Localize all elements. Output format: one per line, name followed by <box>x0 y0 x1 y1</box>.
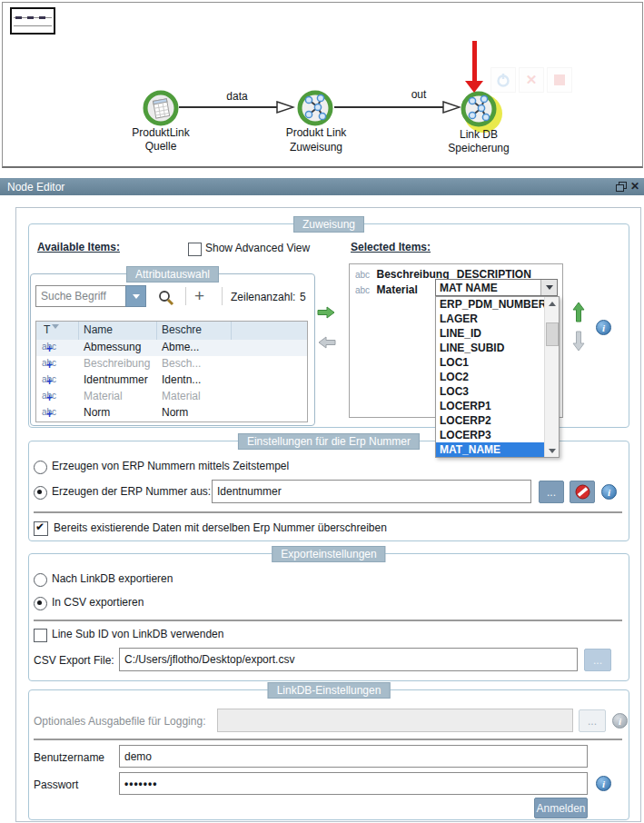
move-left-icon[interactable] <box>317 336 336 349</box>
move-up-icon[interactable] <box>572 302 585 322</box>
table-row[interactable]: abc+ Material Material <box>36 389 307 405</box>
dropdown-option[interactable]: LOC3 <box>436 384 545 399</box>
close-icon[interactable]: ✕ <box>630 180 639 193</box>
line-sub-id-checkbox[interactable] <box>34 629 47 642</box>
radio-export-linkdb[interactable] <box>34 573 47 587</box>
search-input[interactable]: Suche Begriff <box>35 285 126 307</box>
search-dropdown-button[interactable] <box>125 285 146 307</box>
divider <box>156 322 157 340</box>
edge-data <box>179 106 277 108</box>
divider <box>78 322 79 340</box>
scroll-up-icon[interactable] <box>545 297 559 310</box>
node-label: ProduktLink <box>111 126 211 139</box>
dropdown-option[interactable]: LINE_SUBID <box>436 341 545 355</box>
username-input[interactable] <box>119 745 588 768</box>
float-window-icon[interactable] <box>616 182 626 192</box>
mini-dash <box>27 16 34 19</box>
column-header-name[interactable]: Name <box>84 323 113 336</box>
execute-power-icon[interactable] <box>490 67 516 93</box>
cell-desc: Besch... <box>162 357 201 370</box>
dropdown-option[interactable]: LAGER <box>436 312 545 326</box>
mapping-dropdown-list[interactable]: ERP_PDM_NUMBER LAGER LINE_ID LINE_SUBID … <box>435 296 560 458</box>
erp-source-input[interactable] <box>212 480 531 503</box>
info-icon[interactable]: i <box>601 484 617 500</box>
browse-button[interactable]: ... <box>539 481 564 503</box>
move-down-icon[interactable] <box>572 331 585 352</box>
string-type-icon: abc+ <box>42 407 56 417</box>
node-editor-body: Zuweisung Available Items: Show Advanced… <box>15 207 641 822</box>
dropdown-option[interactable]: ERP_PDM_NUMBER <box>436 297 545 312</box>
dropdown-option[interactable]: LINE_ID <box>436 326 545 341</box>
dropdown-option[interactable]: LOC1 <box>436 355 545 370</box>
clear-forbidden-button[interactable] <box>570 481 595 503</box>
workflow-canvas[interactable]: ProduktLink Quelle data Produkt Link Zuw… <box>2 2 643 168</box>
cell-desc: Norm <box>162 406 188 419</box>
divider <box>231 322 232 340</box>
dropdown-option[interactable]: LOC2 <box>436 370 545 384</box>
cell-name: Norm <box>84 406 110 419</box>
show-advanced-label: Show Advanced View <box>205 242 310 254</box>
radio-erp-from-attribute[interactable] <box>34 486 47 500</box>
checkbox-label: Bereits existierende Daten mit derselben… <box>54 521 387 534</box>
group-title: Einstellungen für die Erp Nummer <box>238 433 420 450</box>
table-header[interactable]: T Name Beschre <box>36 322 307 341</box>
show-advanced-checkbox[interactable] <box>188 243 202 256</box>
browse-button-disabled: ... <box>579 709 606 732</box>
table-row[interactable]: abc+ Norm Norm <box>36 405 307 421</box>
divider <box>34 620 622 621</box>
dropdown-option[interactable]: LOCERP3 <box>436 428 545 442</box>
info-icon[interactable]: i <box>596 776 611 791</box>
info-icon[interactable]: i <box>596 320 611 335</box>
dropdown-scrollbar[interactable] <box>544 297 559 457</box>
dropdown-option-selected[interactable]: MAT_NAME <box>436 442 545 457</box>
string-type-icon: abc <box>355 270 370 280</box>
scroll-down-icon[interactable] <box>545 444 559 457</box>
arrowhead-icon <box>441 100 461 114</box>
string-type-icon: abc+ <box>42 374 56 384</box>
delete-x-icon[interactable]: ✕ <box>519 67 544 93</box>
overwrite-checkbox-checked[interactable]: ✔ <box>34 521 48 536</box>
move-right-icon[interactable] <box>317 306 336 319</box>
table-row[interactable]: abc+ Identnummer Identn... <box>36 372 307 389</box>
string-type-icon: abc <box>355 285 370 295</box>
radio-erp-timestamp[interactable] <box>34 461 47 474</box>
cell-name: Abmessung <box>84 341 141 353</box>
password-label: Passwort <box>34 778 78 791</box>
node-editor-titlebar[interactable]: Node Editor ✕ <box>0 178 644 195</box>
node-link-db-speicherung-icon[interactable] <box>460 90 498 128</box>
combobox-arrow-icon[interactable] <box>540 280 557 295</box>
search-filter-icon[interactable] <box>157 289 175 307</box>
add-attribute-button[interactable]: + <box>194 287 204 304</box>
table-row[interactable]: abc+ Beschreibung Besch... <box>36 356 307 372</box>
edge-out <box>334 106 443 108</box>
string-type-icon: abc+ <box>42 391 56 401</box>
group-title: Exporteinstellungen <box>272 546 385 562</box>
login-button[interactable]: Anmelden <box>534 798 588 818</box>
node-produktlink-quelle-icon[interactable] <box>142 89 180 127</box>
column-header-type[interactable]: T <box>44 323 50 336</box>
column-header-description[interactable]: Beschre <box>162 323 202 336</box>
table-row[interactable]: abc+ Abmessung Abme... <box>36 340 307 356</box>
node-produkt-link-zuweisung-icon[interactable] <box>296 89 334 127</box>
checkbox-label: Line Sub ID von LinkDB verwenden <box>52 628 223 640</box>
string-type-icon: abc+ <box>42 358 56 368</box>
dropdown-option[interactable]: LOCERP2 <box>436 413 545 428</box>
mini-dash <box>15 16 22 19</box>
stop-icon[interactable] <box>547 67 572 93</box>
cell-name: Beschreibung <box>84 357 150 370</box>
minimized-node-icon[interactable] <box>10 7 55 35</box>
selected-items-label: Selected Items: <box>351 241 431 253</box>
dropdown-option[interactable]: LOCERP1 <box>436 399 545 413</box>
group-title: LinkDB-Einstellungen <box>268 682 391 699</box>
browse-button[interactable]: ... <box>584 649 611 671</box>
divider <box>34 511 622 513</box>
scrollbar-thumb[interactable] <box>546 322 559 346</box>
csv-file-input[interactable] <box>119 648 578 671</box>
password-input[interactable] <box>119 772 588 795</box>
attribute-table[interactable]: T Name Beschre abc+ Abmessung Abme... ab… <box>35 321 308 422</box>
info-icon-disabled: i <box>612 713 628 729</box>
mapping-combobox[interactable]: MAT NAME <box>435 279 558 296</box>
radio-export-csv[interactable] <box>34 597 47 610</box>
list-item[interactable]: abc Material <box>355 283 418 296</box>
cell-desc: Abme... <box>162 341 199 353</box>
